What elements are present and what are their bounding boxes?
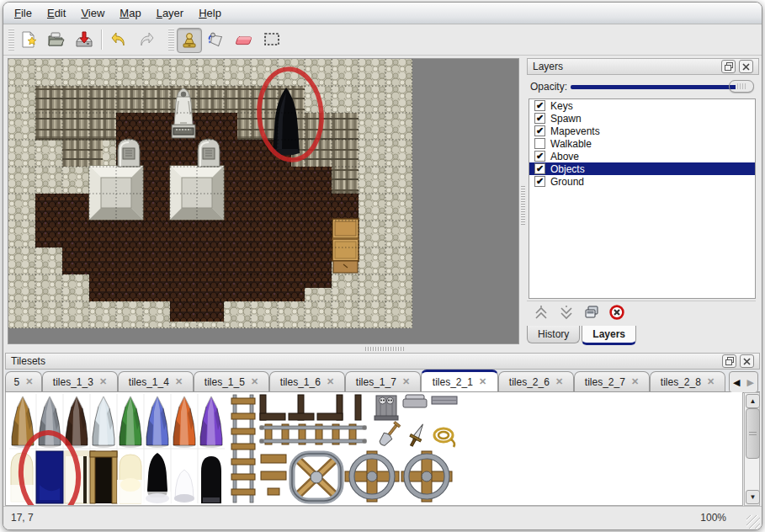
layer-row-ground[interactable]: ✔Ground xyxy=(529,175,755,188)
tab-close-icon[interactable]: ✕ xyxy=(707,376,715,387)
tab-close-icon[interactable]: ✕ xyxy=(555,376,563,387)
delete-layer-button[interactable] xyxy=(606,303,628,322)
tilesets-dock: Tilesets 5✕tiles_1_3✕tiles_1_4✕tiles_1_5… xyxy=(5,353,760,506)
menu-help[interactable]: Help xyxy=(191,4,229,22)
opacity-slider[interactable] xyxy=(571,80,754,93)
tab-close-icon[interactable]: ✕ xyxy=(251,376,258,387)
tab-label: 5 xyxy=(14,376,20,388)
float-panel-button[interactable] xyxy=(721,60,736,73)
layer-row-walkable[interactable]: Walkable xyxy=(529,137,755,150)
tab-close-icon[interactable]: ✕ xyxy=(99,376,107,387)
tab-label: tiles_2_1 xyxy=(433,376,473,388)
selection-tool-button[interactable] xyxy=(260,28,284,51)
delete-icon xyxy=(609,305,624,320)
menu-view[interactable]: View xyxy=(73,4,112,22)
menu-edit[interactable]: Edit xyxy=(40,4,73,22)
navy-door-tile[interactable] xyxy=(36,451,63,503)
stamp-tool-button[interactable] xyxy=(177,28,202,53)
layer-row-spawn[interactable]: ✔Spawn xyxy=(529,112,755,125)
scroll-up-icon[interactable]: ▲ xyxy=(746,394,760,408)
layer-row-mapevents[interactable]: ✔Mapevents xyxy=(529,125,755,137)
tab-close-icon[interactable]: ✕ xyxy=(402,376,410,387)
lower-layer-button[interactable] xyxy=(555,303,577,322)
tab-close-icon[interactable]: ✕ xyxy=(631,376,639,387)
tilesets-panel-titlebar: Tilesets xyxy=(5,353,760,370)
map-canvas[interactable] xyxy=(8,58,519,344)
opacity-slider-handle[interactable] xyxy=(729,80,754,93)
gravestone-left xyxy=(118,139,140,167)
stone-lintel-tile xyxy=(432,396,457,404)
scroll-down-icon[interactable]: ▼ xyxy=(746,490,760,504)
toolbar-drag-handle[interactable] xyxy=(168,29,174,51)
duplicate-layer-button[interactable] xyxy=(581,303,603,322)
layer-visibility-checkbox[interactable]: ✔ xyxy=(534,125,545,136)
eraser-icon xyxy=(234,29,254,50)
duplicate-icon xyxy=(584,305,599,320)
float-panel-button[interactable] xyxy=(722,354,736,368)
undo-button[interactable] xyxy=(107,28,130,51)
tileset-tab-tiles_1_3[interactable]: tiles_1_3✕ xyxy=(42,371,118,391)
stamp-icon xyxy=(179,30,199,51)
toolbar-drag-handle[interactable] xyxy=(8,29,14,51)
tilesets-panel-title: Tilesets xyxy=(11,355,45,367)
redo-button[interactable] xyxy=(135,28,158,51)
tileset-tab-tiles_2_1[interactable]: tiles_2_1✕ xyxy=(421,370,498,391)
layer-visibility-checkbox[interactable]: ✔ xyxy=(534,163,545,174)
layer-label: Objects xyxy=(550,163,585,175)
eraser-tool-button[interactable] xyxy=(232,28,256,51)
tab-label: tiles_2_7 xyxy=(585,376,625,388)
wooden-cabinet xyxy=(332,219,359,273)
tileset-tab-tiles_1_4[interactable]: tiles_1_4✕ xyxy=(118,371,194,391)
fill-tool-button[interactable] xyxy=(205,28,228,51)
float-icon xyxy=(725,62,733,71)
tileset-tab-tiles_1_6[interactable]: tiles_1_6✕ xyxy=(269,371,345,391)
dock-tab-layers[interactable]: Layers xyxy=(582,326,636,345)
menu-map[interactable]: Map xyxy=(112,4,148,22)
tab-close-icon[interactable]: ✕ xyxy=(327,376,334,387)
tileset-tab-tiles_2_6[interactable]: tiles_2_6✕ xyxy=(498,371,574,391)
tileset-view xyxy=(6,392,743,506)
scrollbar-thumb[interactable] xyxy=(746,408,760,459)
tileset-tab-tiles_1_5[interactable]: tiles_1_5✕ xyxy=(194,371,269,391)
resize-grip[interactable] xyxy=(746,515,760,529)
layer-visibility-checkbox[interactable]: ✔ xyxy=(534,176,545,187)
paint-bucket-icon xyxy=(206,29,226,50)
layer-label: Keys xyxy=(550,100,573,112)
layer-row-keys[interactable]: ✔Keys xyxy=(529,99,755,112)
scroll-tabs-right-button[interactable]: ▶ xyxy=(747,377,754,388)
dock-tab-history[interactable]: History xyxy=(527,326,580,343)
tileset-tab-bar: 5✕tiles_1_3✕tiles_1_4✕tiles_1_5✕tiles_1_… xyxy=(5,370,760,392)
layer-visibility-checkbox[interactable]: ✔ xyxy=(534,100,545,111)
toolbar-separator xyxy=(101,29,103,50)
tab-close-icon[interactable]: ✕ xyxy=(175,376,183,387)
tab-label: tiles_1_3 xyxy=(53,376,93,388)
layer-visibility-checkbox[interactable]: ✔ xyxy=(534,113,545,124)
tab-close-icon[interactable]: ✕ xyxy=(25,376,33,387)
layer-visibility-checkbox[interactable] xyxy=(534,138,545,149)
tileset-content[interactable] xyxy=(5,392,743,506)
horizontal-splitter[interactable] xyxy=(3,344,762,353)
float-icon xyxy=(725,357,734,365)
layer-visibility-checkbox[interactable]: ✔ xyxy=(534,151,545,162)
tileset-tab-tiles_1_7[interactable]: tiles_1_7✕ xyxy=(345,371,421,391)
tab-close-icon[interactable]: ✕ xyxy=(479,376,486,387)
tileset-tab-5[interactable]: 5✕ xyxy=(5,371,42,391)
open-folder-icon xyxy=(46,29,66,50)
tileset-tab-tiles_2_8[interactable]: tiles_2_8✕ xyxy=(650,371,725,391)
layer-buttons xyxy=(527,301,756,323)
tileset-tab-tiles_2_7[interactable]: tiles_2_7✕ xyxy=(574,371,650,391)
close-panel-button[interactable] xyxy=(740,354,754,368)
tileset-scrollbar[interactable]: ▲ ▼ xyxy=(744,392,760,506)
close-panel-button[interactable] xyxy=(739,60,753,73)
new-map-button[interactable] xyxy=(17,28,40,51)
menu-file[interactable]: File xyxy=(7,4,40,22)
save-map-button[interactable] xyxy=(72,28,96,51)
zoom-level: 100% xyxy=(700,512,726,524)
scroll-tabs-left-button[interactable]: ◀ xyxy=(733,377,740,388)
layer-row-objects[interactable]: ✔Objects xyxy=(529,162,755,175)
layer-row-above[interactable]: ✔Above xyxy=(529,150,755,162)
menu-layer[interactable]: Layer xyxy=(149,4,192,22)
open-map-button[interactable] xyxy=(45,28,68,51)
vertical-splitter[interactable] xyxy=(519,58,527,344)
raise-layer-button[interactable] xyxy=(530,303,552,322)
